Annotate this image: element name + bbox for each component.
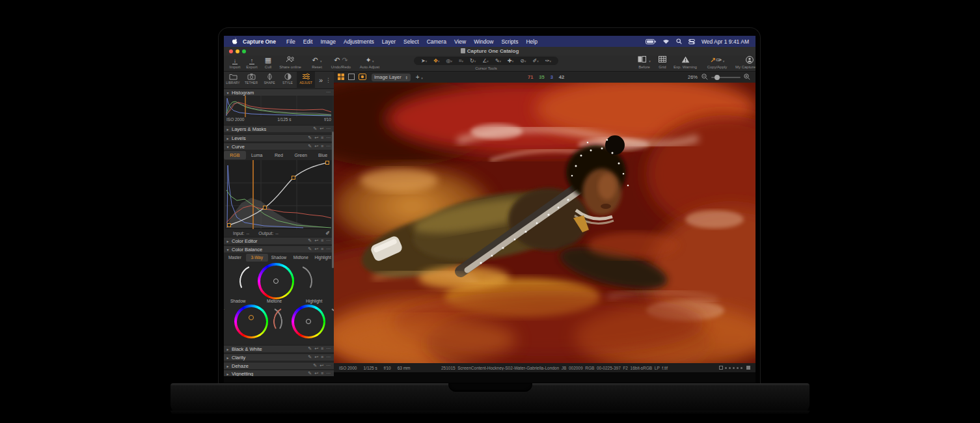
rating-dot[interactable]	[733, 367, 735, 369]
more-options-icon[interactable]: ⋯	[326, 90, 331, 94]
more-options-icon[interactable]: ⋯	[326, 238, 331, 243]
search-icon[interactable]	[676, 38, 682, 44]
more-options-icon[interactable]: ⋯	[326, 126, 331, 131]
eyedropper-tool[interactable]: ✐▾	[533, 58, 539, 64]
reset-icon[interactable]: ↩	[320, 126, 324, 131]
cb-tab-3way[interactable]: 3-Way	[246, 254, 268, 262]
menu-item-layer[interactable]: Layer	[382, 38, 396, 45]
battery-icon[interactable]	[646, 39, 656, 44]
reset-icon[interactable]: ↩	[314, 144, 319, 148]
more-tools-chevron-icon[interactable]: »	[319, 76, 323, 84]
single-view-icon[interactable]	[348, 74, 355, 81]
zoom-in-icon[interactable]	[744, 74, 750, 81]
presets-icon[interactable]: ≡	[321, 355, 324, 359]
curve-tab-red[interactable]: Red	[268, 151, 290, 159]
more-options-icon[interactable]: ⋯	[326, 135, 331, 140]
menu-item-camera[interactable]: Camera	[427, 38, 446, 45]
rotate-tool[interactable]: ↻▾	[470, 58, 476, 64]
panel-layers-masks-header[interactable]: ▸ Layers & Masks ✎ ↩ ⋯	[224, 125, 334, 132]
more-options-icon[interactable]: ⋯	[326, 346, 331, 351]
my-capture-one-button[interactable]: My Capture One	[731, 56, 755, 69]
menu-item-adjustments[interactable]: Adjustments	[344, 38, 374, 45]
edit-icon[interactable]: ✎	[308, 371, 312, 375]
wifi-icon[interactable]	[662, 39, 670, 44]
straighten-tool[interactable]: ∠▾	[482, 58, 489, 64]
more-options-icon[interactable]: ⋯	[326, 144, 331, 148]
select-tool[interactable]: ➤▾	[421, 58, 427, 64]
control-center-icon[interactable]	[688, 39, 695, 44]
panel-histogram-header[interactable]: ▾ Histogram ⋯	[224, 89, 334, 96]
reset-icon[interactable]: ↩	[314, 135, 319, 140]
tab-style[interactable]: STYLE	[279, 72, 297, 88]
menu-item-select[interactable]: Select	[403, 38, 419, 45]
presets-icon[interactable]: ≡	[321, 135, 324, 140]
curve-tab-rgb[interactable]: RGB	[224, 151, 246, 159]
tab-adjust[interactable]: ADJUST	[297, 72, 315, 88]
draw-mask-tool[interactable]: ✎▾	[495, 58, 501, 64]
panel-black-white-header[interactable]: ▸ Black & White ✎ ↩ ≡ ⋯	[224, 345, 334, 352]
curve-tab-luma[interactable]: Luma	[246, 151, 268, 159]
copy-apply-button[interactable]: ↗✑ ▾ Copy/Apply	[703, 56, 731, 69]
cull-button[interactable]: ▦ Cull	[260, 56, 276, 69]
cb-tab-master[interactable]: Master	[224, 254, 246, 262]
edit-icon[interactable]: ✎	[308, 144, 312, 148]
zoom-slider[interactable]	[711, 77, 741, 78]
edit-icon[interactable]: ✎	[308, 355, 312, 359]
edit-icon[interactable]: ✎	[308, 135, 312, 140]
tab-library[interactable]: LIBRARY	[224, 72, 242, 88]
shadow-wheel-marker[interactable]	[249, 315, 254, 320]
panel-dehaze-header[interactable]: ▸ Dehaze ✎ ↩ ⋯	[224, 362, 334, 369]
grid-button[interactable]: Grid	[655, 56, 670, 69]
more-options-icon[interactable]: ⋯	[326, 355, 331, 359]
erase-mask-tool[interactable]: ⊘▾	[520, 58, 526, 64]
export-button[interactable]: ↑ Export	[243, 56, 260, 69]
presets-icon[interactable]: ≡	[321, 371, 324, 375]
annotate-tool[interactable]: ✑▾	[545, 58, 551, 64]
before-button[interactable]: ▾ Before	[634, 56, 655, 69]
reset-icon[interactable]: ↩	[320, 363, 324, 368]
cb-tab-highlight[interactable]: Highlight	[312, 254, 334, 262]
edit-icon[interactable]: ✎	[308, 247, 312, 251]
import-button[interactable]: ↓ Import	[226, 56, 243, 69]
menu-clock[interactable]: Wed Apr 1 9:41 AM	[701, 38, 749, 45]
crop-tool[interactable]: ⌗▾	[459, 58, 463, 64]
pan-tool[interactable]: ✥▾	[433, 58, 439, 64]
menu-item-file[interactable]: File	[286, 38, 295, 45]
highlight-wheel-marker[interactable]	[306, 319, 311, 324]
panel-color-editor-header[interactable]: ▸ Color Editor ✎ ↩ ≡ ⋯	[224, 237, 334, 244]
tab-shape[interactable]: SHAPE	[260, 72, 279, 88]
menu-app-name[interactable]: Capture One	[243, 38, 276, 45]
more-options-icon[interactable]: ⋯	[326, 371, 331, 375]
shadow-color-wheel[interactable]	[234, 305, 268, 338]
panel-color-balance-header[interactable]: ▾ Color Balance ✎ ↩ ≡ ⋯	[224, 245, 334, 252]
curve-graph[interactable]	[225, 160, 333, 229]
curve-tab-blue[interactable]: Blue	[312, 151, 334, 159]
zoom-out-icon[interactable]	[701, 74, 708, 81]
more-options-icon[interactable]: ⋯	[326, 363, 331, 368]
rating-dot[interactable]	[729, 367, 731, 369]
menu-item-image[interactable]: Image	[320, 38, 336, 45]
more-options-icon[interactable]: ⋯	[326, 247, 331, 251]
reset-icon[interactable]: ↩	[314, 371, 319, 375]
tag-checkbox-icon[interactable]	[719, 366, 723, 370]
auto-adjust-button[interactable]: ✦ ▾ Auto Adjust	[357, 56, 383, 69]
share-online-button[interactable]: Share online	[276, 56, 305, 69]
color-tag-icon[interactable]	[746, 366, 750, 370]
zoom-level[interactable]: 26%	[688, 74, 698, 80]
loupe-tool[interactable]: ◎▾	[446, 58, 452, 64]
reset-icon[interactable]: ↩	[314, 247, 319, 251]
menu-item-edit[interactable]: Edit	[303, 38, 313, 45]
rating-dot[interactable]	[725, 367, 727, 369]
menu-item-help[interactable]: Help	[526, 38, 537, 45]
reset-icon[interactable]: ↩	[314, 355, 319, 359]
reset-icon[interactable]: ↩	[314, 346, 319, 351]
menu-item-window[interactable]: Window	[474, 38, 493, 45]
edit-icon[interactable]: ✎	[313, 126, 318, 131]
edit-icon[interactable]: ✎	[313, 363, 318, 368]
panel-clarity-header[interactable]: ▸ Clarity ✎ ↩ ≡ ⋯	[224, 353, 334, 361]
proof-view-icon[interactable]	[359, 74, 366, 81]
presets-icon[interactable]: ≡	[321, 144, 324, 148]
edit-icon[interactable]: ✎	[308, 238, 312, 243]
heal-tool[interactable]: ✚▾	[508, 58, 513, 64]
reset-icon[interactable]: ↩	[314, 238, 319, 243]
